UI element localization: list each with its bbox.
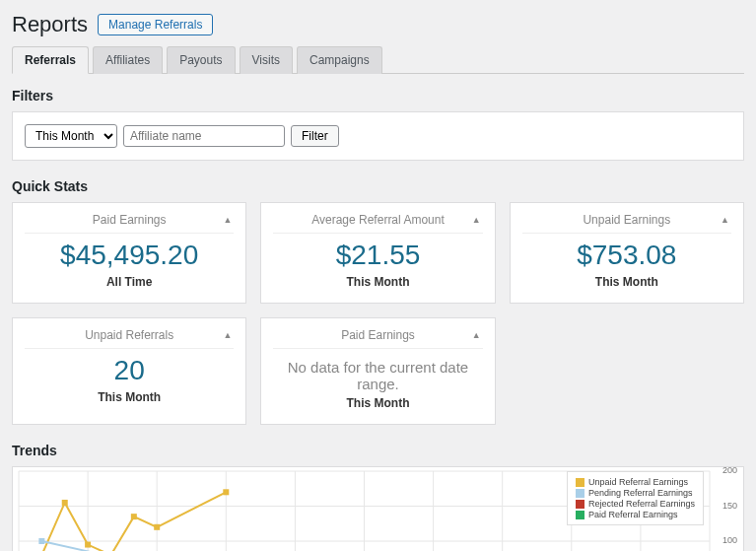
stat-subtext: This Month — [273, 275, 482, 289]
stat-nodata: No data for the current date range. — [273, 359, 482, 392]
legend-swatch — [576, 489, 584, 498]
svg-rect-17 — [62, 500, 68, 506]
caret-up-icon[interactable]: ▲ — [223, 215, 232, 225]
svg-rect-20 — [131, 514, 137, 519]
caret-up-icon[interactable]: ▲ — [721, 215, 729, 225]
legend-swatch — [576, 478, 584, 487]
trends-panel: Unpaid Referral EarningsPending Referral… — [12, 466, 744, 551]
legend-swatch — [576, 511, 584, 519]
stat-subtext: This Month — [522, 275, 731, 289]
manage-referrals-button[interactable]: Manage Referrals — [98, 14, 213, 35]
stat-subtext: All Time — [25, 275, 234, 289]
trends-chart: Unpaid Referral EarningsPending Referral… — [13, 467, 743, 551]
legend-item: Rejected Referral Earnings — [576, 499, 695, 509]
stat-value: $21.55 — [273, 240, 482, 271]
caret-up-icon[interactable]: ▲ — [472, 215, 481, 225]
stat-card: Unpaid Earnings▲$753.08This Month — [510, 202, 744, 304]
filter-button[interactable]: Filter — [291, 125, 339, 147]
tab-payouts[interactable]: Payouts — [167, 46, 235, 74]
legend-item: Unpaid Referral Earnings — [576, 477, 695, 487]
caret-up-icon[interactable]: ▲ — [472, 330, 481, 340]
stat-value: $753.08 — [522, 240, 731, 271]
report-tabs: ReferralsAffiliatesPayoutsVisitsCampaign… — [12, 45, 744, 74]
quick-stats-heading: Quick Stats — [12, 178, 744, 194]
legend-item: Paid Referral Earnings — [576, 510, 695, 519]
stat-subtext: This Month — [273, 396, 482, 410]
tab-affiliates[interactable]: Affiliates — [93, 46, 163, 74]
page-title: Reports — [12, 12, 88, 37]
svg-rect-18 — [85, 542, 91, 548]
date-range-select[interactable]: This Month — [25, 124, 117, 148]
stat-label: Average Referral Amount▲ — [273, 213, 482, 234]
affiliate-name-input[interactable] — [123, 125, 285, 147]
caret-up-icon[interactable]: ▲ — [223, 330, 232, 340]
trends-heading: Trends — [12, 443, 744, 458]
legend-swatch — [576, 500, 584, 509]
filters-heading: Filters — [12, 88, 744, 103]
stat-value: 20 — [25, 355, 234, 386]
stat-card: Paid Earnings▲$45,495.20All Time — [12, 202, 246, 304]
svg-rect-21 — [154, 524, 160, 530]
stat-card: Average Referral Amount▲$21.55This Month — [260, 202, 495, 304]
chart-legend: Unpaid Referral EarningsPending Referral… — [567, 471, 704, 525]
tab-campaigns[interactable]: Campaigns — [297, 46, 382, 74]
tab-referrals[interactable]: Referrals — [12, 46, 89, 74]
stat-label: Paid Earnings▲ — [25, 213, 234, 234]
legend-item: Pending Referral Earnings — [576, 488, 695, 498]
stat-label: Paid Earnings▲ — [273, 328, 482, 349]
stat-label: Unpaid Earnings▲ — [522, 213, 731, 234]
y-tick-label: 100 — [722, 535, 737, 545]
y-tick-label: 150 — [722, 501, 737, 511]
stat-label: Unpaid Referrals▲ — [25, 328, 234, 349]
stat-subtext: This Month — [25, 390, 234, 404]
stat-value: $45,495.20 — [25, 240, 234, 271]
y-tick-label: 200 — [722, 465, 737, 475]
filters-panel: This Month Filter — [12, 111, 744, 161]
quick-stats-grid: Paid Earnings▲$45,495.20All TimeAverage … — [12, 202, 744, 425]
svg-rect-22 — [223, 489, 229, 495]
tab-visits[interactable]: Visits — [240, 46, 293, 74]
stat-card: Unpaid Referrals▲20This Month — [12, 317, 246, 425]
svg-rect-23 — [38, 538, 44, 544]
stat-card: Paid Earnings▲No data for the current da… — [260, 317, 495, 425]
